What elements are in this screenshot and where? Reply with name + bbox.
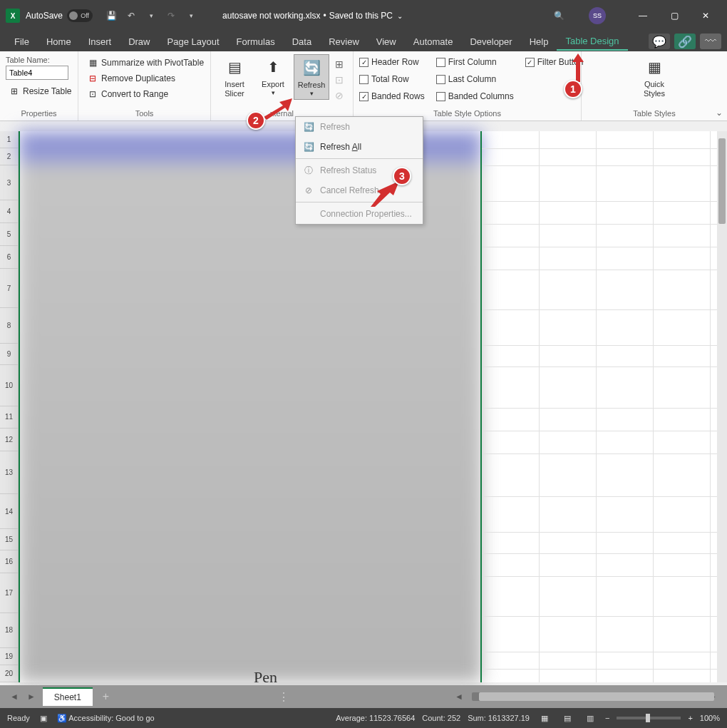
qat-customize-icon[interactable]: ▾: [182, 7, 200, 24]
accessibility-status[interactable]: ♿ Accessibility: Good to go: [57, 714, 155, 723]
row-header[interactable]: 6: [0, 246, 18, 269]
tab-view[interactable]: View: [368, 34, 405, 50]
properties-icon[interactable]: ⊞: [332, 57, 346, 71]
sheet-nav-prev[interactable]: ◄: [6, 692, 23, 702]
banded-rows-checkbox[interactable]: ✓Banded Rows: [359, 90, 425, 103]
row-header[interactable]: 8: [0, 308, 18, 344]
share-button[interactable]: 🔗: [674, 34, 696, 49]
excel-icon: X: [6, 9, 20, 23]
tab-draw[interactable]: Draw: [120, 34, 158, 50]
maximize-button[interactable]: ▢: [659, 5, 690, 26]
sheet-nav-next[interactable]: ►: [23, 692, 40, 702]
tab-data[interactable]: Data: [284, 34, 320, 50]
zoom-out-button[interactable]: −: [605, 714, 609, 722]
minimize-button[interactable]: —: [627, 5, 659, 26]
hscroll-left[interactable]: ◄: [450, 692, 468, 702]
vertical-scrollbar[interactable]: [717, 131, 727, 682]
redo-icon[interactable]: ↷: [163, 7, 180, 24]
tab-formulas[interactable]: Formulas: [228, 34, 284, 50]
tab-home[interactable]: Home: [38, 34, 80, 50]
hscroll-thumb[interactable]: [479, 692, 714, 701]
zoom-slider[interactable]: [617, 717, 681, 719]
table-name-input[interactable]: [6, 66, 68, 80]
autosave-label: AutoSave: [26, 11, 63, 21]
export-icon: ⬆: [262, 56, 284, 78]
callout-2: 2: [247, 111, 265, 130]
row-header[interactable]: 4: [0, 200, 18, 223]
autosave-toggle[interactable]: AutoSave Off: [26, 9, 93, 22]
tab-developer[interactable]: Developer: [461, 34, 520, 50]
undo-dropdown-icon[interactable]: ▾: [143, 7, 160, 24]
row-header[interactable]: 12: [0, 429, 18, 451]
last-column-checkbox[interactable]: Last Column: [436, 73, 514, 86]
row-header[interactable]: 9: [0, 344, 18, 365]
collapse-ribbon-icon[interactable]: ⌄: [716, 108, 723, 118]
unlink-icon[interactable]: ⊘: [332, 88, 346, 103]
row-header[interactable]: 1: [0, 131, 18, 148]
ribbon-tabs: File Home Insert Draw Page Layout Formul…: [0, 31, 727, 51]
table-name-label: Table Name:: [6, 56, 50, 64]
row-header[interactable]: 10: [0, 365, 18, 406]
arrow-1: [572, 53, 587, 82]
banded-columns-checkbox[interactable]: Banded Columns: [436, 90, 514, 103]
row-header[interactable]: 16: [0, 550, 18, 573]
resize-table-button[interactable]: ⊞ Resize Table: [6, 84, 74, 98]
row-header[interactable]: 11: [0, 406, 18, 429]
row-header[interactable]: 18: [0, 613, 18, 649]
convert-range-button[interactable]: ⊡Convert to Range: [84, 87, 171, 101]
save-icon[interactable]: 💾: [103, 7, 120, 24]
zoom-in-button[interactable]: +: [688, 714, 692, 722]
user-avatar[interactable]: SS: [589, 7, 606, 24]
row-header[interactable]: 17: [0, 573, 18, 613]
row-header[interactable]: 14: [0, 494, 18, 530]
zoom-level[interactable]: 100%: [700, 714, 720, 722]
cancel-icon: ⊘: [303, 185, 314, 196]
group-properties-label: Properties: [6, 108, 72, 121]
normal-view-button[interactable]: ▦: [537, 712, 552, 724]
row-header[interactable]: 13: [0, 451, 18, 494]
row-header[interactable]: 20: [0, 665, 18, 682]
autosave-state: Off: [81, 12, 89, 19]
open-browser-icon[interactable]: ⊡: [332, 73, 346, 87]
add-sheet-button[interactable]: +: [96, 690, 116, 703]
macro-icon[interactable]: ▣: [40, 714, 47, 723]
header-row-checkbox[interactable]: ✓Header Row: [359, 56, 425, 68]
row-header[interactable]: 15: [0, 529, 18, 550]
row-header[interactable]: 2: [0, 148, 18, 165]
vscroll-thumb[interactable]: [718, 138, 726, 224]
sheet-menu-icon[interactable]: ⋮: [272, 690, 295, 704]
horizontal-scrollbar[interactable]: ◄ ►: [450, 692, 721, 702]
search-icon[interactable]: 🔍: [550, 7, 567, 24]
status-bar: Ready ▣ ♿ Accessibility: Good to go Aver…: [0, 708, 727, 728]
export-button[interactable]: ⬆ Export ▾: [255, 54, 291, 98]
tab-automate[interactable]: Automate: [405, 34, 462, 50]
row-header[interactable]: 5: [0, 223, 18, 246]
title-dropdown-icon[interactable]: ⌄: [397, 12, 403, 20]
svg-marker-1: [264, 98, 292, 120]
row-header[interactable]: 3: [0, 165, 18, 201]
summarize-pivot-button[interactable]: ▦Summarize with PivotTable: [84, 56, 207, 70]
refresh-all-menu-item[interactable]: 🔄Refresh All: [296, 137, 423, 157]
quick-styles-button[interactable]: ▦ Quick Styles: [634, 54, 674, 100]
remove-duplicates-button[interactable]: ⊟Remove Duplicates: [84, 71, 178, 86]
tab-page-layout[interactable]: Page Layout: [159, 34, 228, 50]
undo-icon[interactable]: ↶: [123, 7, 140, 24]
tab-help[interactable]: Help: [521, 34, 557, 50]
sheet-tab-sheet1[interactable]: Sheet1: [43, 687, 93, 706]
ribbon-mode-button[interactable]: 〰: [700, 34, 721, 49]
total-row-checkbox[interactable]: Total Row: [359, 73, 425, 86]
close-button[interactable]: ✕: [690, 5, 721, 26]
row-header[interactable]: 7: [0, 269, 18, 309]
page-break-button[interactable]: ▥: [582, 712, 598, 724]
insert-slicer-button[interactable]: ▤ Insert Slicer: [217, 54, 252, 100]
tab-file[interactable]: File: [6, 34, 38, 50]
first-column-checkbox[interactable]: First Column: [436, 56, 514, 68]
tab-review[interactable]: Review: [320, 34, 368, 50]
comments-button[interactable]: 💬: [649, 34, 670, 49]
tab-table-design[interactable]: Table Design: [557, 33, 627, 51]
tab-insert[interactable]: Insert: [80, 34, 120, 50]
page-layout-button[interactable]: ▤: [560, 712, 575, 724]
status-count: Count: 252: [422, 714, 460, 722]
refresh-button[interactable]: 🔄 Refresh ▾: [294, 54, 329, 100]
row-header[interactable]: 19: [0, 648, 18, 665]
